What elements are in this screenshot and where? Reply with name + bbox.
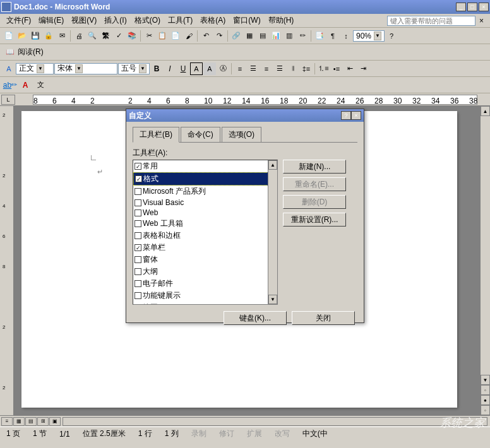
font-combo[interactable]: 宋体▼ (54, 63, 117, 74)
tab-selector[interactable]: L (1, 95, 15, 105)
excel-icon[interactable]: 📊 (270, 30, 282, 42)
minimize-button[interactable]: _ (456, 3, 466, 11)
help-search-input[interactable] (387, 16, 475, 26)
decrease-indent-icon[interactable]: ⇤ (344, 62, 356, 75)
border-char-icon[interactable]: A (190, 62, 203, 75)
menu-help[interactable]: 帮助(H) (265, 14, 298, 27)
toolbar-item-2[interactable]: Microsoft 产品系列 (133, 186, 277, 197)
tab-options[interactable]: 选项(O) (222, 127, 261, 142)
menu-close-doc[interactable]: × (475, 15, 487, 27)
toolbar-checkbox[interactable] (134, 292, 141, 299)
permission-icon[interactable]: 🔒 (42, 30, 55, 42)
drawing-icon[interactable]: ✏ (296, 30, 309, 42)
dialog-help-icon[interactable]: ? (341, 111, 351, 120)
zoom-combo[interactable]: 90%▼ (353, 30, 385, 42)
list-scroll-down-icon[interactable]: ▼ (268, 295, 277, 304)
print-icon[interactable]: 🖨 (73, 30, 85, 42)
bold-icon[interactable]: B (150, 62, 163, 75)
distribute-icon[interactable]: ⫴ (287, 62, 299, 75)
asian-layout-icon[interactable]: 文 (34, 79, 47, 91)
status-ext[interactable]: 扩展 (244, 428, 265, 439)
showhide-icon[interactable]: ¶ (326, 30, 339, 42)
align-center-icon[interactable]: ☰ (247, 62, 260, 75)
menu-file[interactable]: 文件(F) (3, 14, 35, 27)
next-page-icon[interactable]: ◦ (481, 405, 490, 415)
underline-icon[interactable]: U (177, 62, 189, 75)
status-rec[interactable]: 录制 (189, 428, 209, 439)
toolbar-checkbox[interactable] (134, 188, 141, 195)
vertical-scrollbar[interactable]: ▲ ▼ ◦ ● ◦ (480, 106, 490, 415)
char-scaling-icon[interactable]: Ⓐ (217, 62, 229, 75)
toolbar-checkbox[interactable] (134, 280, 141, 287)
status-rev[interactable]: 修订 (217, 428, 237, 439)
toolbar-checkbox[interactable] (134, 232, 141, 239)
toolbar-checkbox[interactable]: ✓ (135, 175, 142, 182)
status-ovr[interactable]: 改写 (272, 428, 292, 439)
toolbar-item-12[interactable]: 绘图 (133, 302, 277, 305)
table-icon[interactable]: ▦ (243, 30, 256, 42)
toolbar-item-4[interactable]: Web (133, 208, 277, 218)
toolbar-item-1[interactable]: ✓格式 (133, 172, 277, 186)
toolbar-checkbox[interactable] (134, 304, 141, 305)
reading-view-icon[interactable]: ▣ (49, 417, 61, 426)
toolbar-checkbox[interactable]: ✓ (134, 163, 141, 170)
scroll-down-icon[interactable]: ▼ (481, 375, 490, 385)
close-button[interactable]: 关闭 (292, 311, 355, 325)
spell-icon[interactable]: ✓ (112, 30, 125, 42)
toolbar-item-11[interactable]: 功能键展示 (133, 290, 277, 302)
listbox-scrollbar[interactable]: ▲ ▼ (268, 160, 277, 304)
insert-table-icon[interactable]: ▤ (256, 30, 269, 42)
numbering-icon[interactable]: ⒈≡ (317, 62, 330, 75)
trad-simp-icon[interactable]: 繁 (99, 30, 112, 42)
align-right-icon[interactable]: ≡ (260, 62, 273, 75)
copy-icon[interactable]: 📋 (156, 30, 169, 42)
menu-insert[interactable]: 插入(I) (100, 14, 130, 27)
mail-icon[interactable]: ✉ (56, 30, 68, 42)
paste-icon[interactable]: 📄 (169, 30, 182, 42)
read-label[interactable]: 阅读(R) (18, 47, 44, 57)
status-language[interactable]: 中文(中 (300, 428, 330, 439)
tab-toolbars[interactable]: 工具栏(B) (133, 127, 179, 143)
hyperlink-icon[interactable]: 🔗 (230, 30, 242, 42)
keyboard-button[interactable]: 键盘(K)... (224, 311, 287, 325)
horizontal-ruler[interactable]: 86422468101214161820222426283032343638 (33, 95, 477, 105)
toolbar-item-5[interactable]: Web 工具箱 (133, 218, 277, 230)
horizontal-scrollbar[interactable] (63, 417, 487, 426)
toolbar-item-8[interactable]: 窗体 (133, 254, 277, 266)
align-justify-icon[interactable]: ☰ (273, 62, 286, 75)
char-shading-icon[interactable]: A (203, 62, 216, 75)
italic-icon[interactable]: I (164, 62, 176, 75)
line-spacing-icon[interactable]: ‡≡ (300, 62, 313, 75)
menu-table[interactable]: 表格(A) (196, 14, 229, 27)
prev-page-icon[interactable]: ◦ (481, 385, 490, 395)
align-left-icon[interactable]: ≡ (234, 62, 246, 75)
menu-format[interactable]: 格式(O) (131, 14, 164, 27)
scroll-up-icon[interactable]: ▲ (481, 106, 490, 116)
format-painter-icon[interactable]: 🖌 (182, 30, 195, 42)
bullets-icon[interactable]: •≡ (330, 62, 343, 75)
help-icon[interactable]: ? (385, 30, 398, 42)
toolbar-checkbox[interactable] (134, 220, 141, 227)
size-combo[interactable]: 五号▼ (118, 63, 150, 74)
toolbar-checkbox[interactable] (134, 209, 141, 216)
browse-object-icon[interactable]: ● (481, 395, 490, 405)
toolbars-listbox[interactable]: ✓常用✓格式Microsoft 产品系列Visual BasicWebWeb 工… (133, 160, 278, 305)
new-icon[interactable]: 📄 (3, 30, 15, 42)
menu-window[interactable]: 窗口(W) (229, 14, 264, 27)
preview-icon[interactable]: 🔍 (86, 30, 99, 42)
columns-icon[interactable]: ▥ (283, 30, 296, 42)
reset-button[interactable]: 重新设置(R)... (283, 213, 346, 227)
research-icon[interactable]: 📚 (126, 30, 138, 42)
close-button[interactable]: × (479, 3, 489, 11)
web-view-icon[interactable]: ▦ (13, 417, 25, 426)
styles-icon[interactable]: A (3, 62, 15, 75)
toolbar-checkbox[interactable] (134, 268, 141, 275)
new-button[interactable]: 新建(N)... (283, 160, 346, 174)
menu-tools[interactable]: 工具(T) (164, 14, 196, 27)
toolbar-item-10[interactable]: 电子邮件 (133, 278, 277, 290)
toolbar-item-3[interactable]: Visual Basic (133, 197, 277, 208)
docmap-icon[interactable]: 📑 (313, 30, 326, 42)
direction-icon[interactable]: ↕ (340, 30, 352, 42)
highlight-icon[interactable]: ab✏ (4, 79, 16, 91)
toolbar-checkbox[interactable] (134, 199, 141, 206)
